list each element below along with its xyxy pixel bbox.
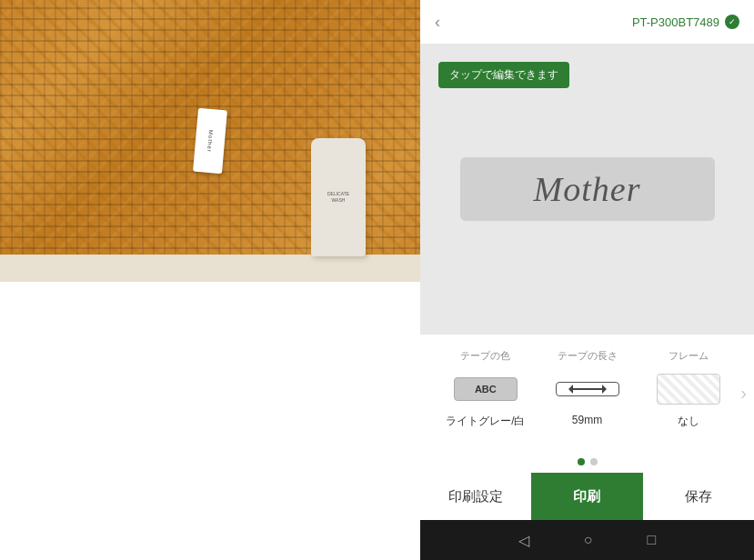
label-text: Mother: [534, 169, 641, 209]
photo-bottom: [0, 282, 420, 560]
frame-label: フレーム: [638, 349, 739, 363]
basket-photo: Mother DELICATE WASH: [0, 0, 420, 282]
tape-length-display: [556, 382, 619, 396]
bottle: DELICATE WASH: [311, 138, 366, 256]
android-back-button[interactable]: ◁: [518, 532, 529, 549]
tape-length-control[interactable]: [537, 382, 638, 396]
shelf: [0, 255, 420, 282]
connected-icon: [725, 15, 739, 29]
label-preview[interactable]: Mother: [460, 157, 715, 221]
app-header: ‹ PT-P300BT7489: [420, 0, 754, 44]
android-home-button[interactable]: ○: [584, 532, 593, 548]
label-tag: Mother: [193, 108, 227, 175]
bottle-label: DELICATE WASH: [326, 189, 351, 205]
print-settings-button[interactable]: 印刷設定: [420, 473, 531, 520]
right-panel: ‹ PT-P300BT7489 タップで編集できます Mother テープの色 …: [420, 0, 754, 560]
tape-length-label: テープの長さ: [537, 349, 638, 363]
left-panel: Mother DELICATE WASH: [0, 0, 420, 560]
page-dots: [420, 451, 754, 473]
settings-labels-row: テープの色 テープの長さ フレーム: [435, 349, 739, 363]
tape-color-value: ライトグレー/白: [435, 414, 537, 429]
tape-length-value: 59mm: [537, 414, 638, 429]
settings-section: テープの色 テープの長さ フレーム ABC ライトグレー/白: [420, 335, 754, 451]
device-info: PT-P300BT7489: [632, 15, 739, 29]
frame-display: [657, 374, 720, 405]
dot-2-inactive: [590, 458, 598, 465]
settings-area: テープの色 テープの長さ フレーム ABC ライトグレー/白: [420, 335, 754, 451]
save-button[interactable]: 保存: [643, 473, 754, 520]
settings-values-row: ライトグレー/白 59mm なし: [435, 414, 739, 429]
settings-next-arrow[interactable]: ›: [740, 383, 747, 404]
edit-hint-badge: タップで編集できます: [438, 62, 569, 88]
dot-1-active: [578, 458, 585, 465]
android-recent-button[interactable]: □: [648, 532, 657, 548]
tape-color-display: ABC: [454, 377, 518, 401]
frame-value: なし: [638, 414, 739, 429]
android-navigation-bar: ◁ ○ □: [420, 520, 754, 560]
length-arrow-icon: [569, 388, 606, 390]
device-name: PT-P300BT7489: [632, 15, 719, 29]
action-bar: 印刷設定 印刷 保存: [420, 473, 754, 520]
tape-color-control[interactable]: ABC: [435, 377, 537, 401]
label-preview-area: タップで編集できます Mother: [420, 44, 754, 335]
tape-color-label: テープの色: [435, 349, 537, 363]
frame-control[interactable]: [638, 374, 739, 405]
tag-text: Mother: [206, 129, 214, 152]
print-button[interactable]: 印刷: [531, 473, 642, 520]
back-button[interactable]: ‹: [435, 13, 440, 32]
settings-controls-row: ABC: [435, 374, 739, 405]
